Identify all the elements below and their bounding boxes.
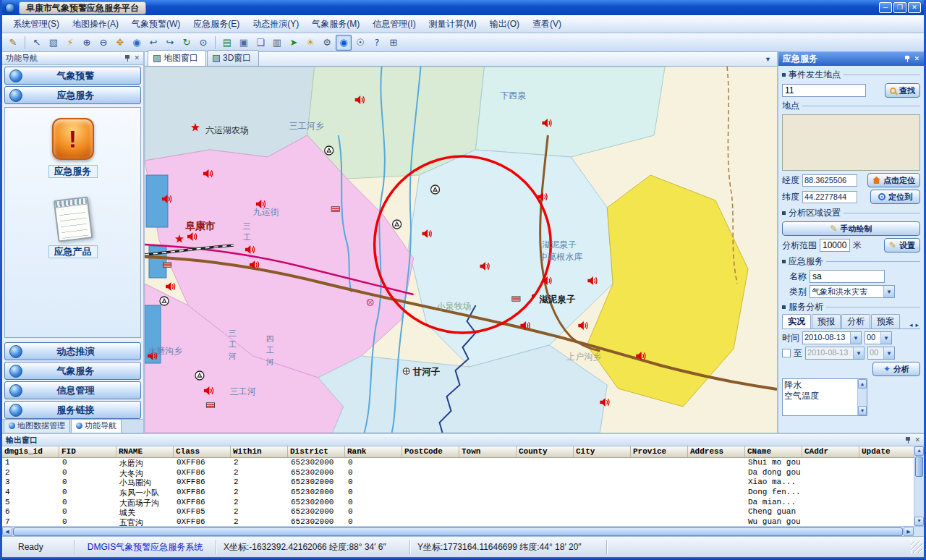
- select-arrow-icon[interactable]: ↖: [29, 35, 45, 51]
- chevron-down-icon[interactable]: ▼: [880, 332, 891, 344]
- tile-emergency-service[interactable]: !应急服务: [48, 118, 98, 178]
- scrollbar-thumb[interactable]: [915, 457, 923, 477]
- chevron-down-icon[interactable]: ▼: [883, 347, 894, 359]
- column-header[interactable]: City: [574, 446, 631, 457]
- tab-map-window[interactable]: 地图窗口: [148, 50, 206, 66]
- edit-pencil-icon[interactable]: ✎: [5, 35, 21, 51]
- settings-gear-icon[interactable]: ⚙: [319, 35, 335, 51]
- resize-grip[interactable]: [911, 541, 922, 553]
- column-header[interactable]: FID: [59, 446, 116, 457]
- monitoring-station-marker[interactable]: [431, 185, 440, 194]
- table-row[interactable]: 70五官沟0XFF8626523020000Wu guan gou: [2, 517, 914, 526]
- column-header[interactable]: dmgis_id: [2, 446, 59, 457]
- service-name-input[interactable]: [810, 270, 885, 283]
- monitoring-station-marker[interactable]: [160, 297, 169, 305]
- date-from-select[interactable]: 2010-08-13▼: [802, 331, 862, 344]
- column-header[interactable]: Provice: [631, 446, 688, 457]
- close-button[interactable]: ✕: [908, 2, 921, 13]
- nav-emergency-service[interactable]: 应急服务: [4, 86, 141, 104]
- menu-output[interactable]: 输出(O): [483, 16, 526, 33]
- pin-icon[interactable]: [124, 55, 130, 61]
- event-location-input[interactable]: [782, 84, 866, 97]
- menu-measure-calculate[interactable]: 测量计算(M): [422, 16, 483, 33]
- monitoring-station-marker[interactable]: [393, 220, 402, 229]
- set-range-button[interactable]: ✎ 设置: [884, 238, 920, 253]
- minimize-button[interactable]: ─: [879, 2, 892, 13]
- scroll-down-icon[interactable]: ▼: [858, 406, 867, 415]
- tab-live[interactable]: 实况: [782, 314, 811, 328]
- chevron-down-icon[interactable]: ▼: [883, 286, 894, 297]
- full-extent-icon[interactable]: ◉: [129, 35, 145, 51]
- menu-emergency-service[interactable]: 应急服务(E): [187, 16, 246, 33]
- hour-from-select[interactable]: 00▼: [865, 331, 892, 344]
- pin-icon[interactable]: [905, 437, 911, 444]
- zoom-in-icon[interactable]: ⊕: [79, 35, 95, 51]
- tab-plan[interactable]: 预案: [871, 314, 900, 328]
- menu-weather-warning[interactable]: 气象预警(W): [125, 16, 187, 33]
- zoom-previous-icon[interactable]: ↩: [145, 35, 161, 51]
- column-header[interactable]: County: [517, 446, 574, 457]
- flag-marker[interactable]: [331, 207, 339, 212]
- column-header[interactable]: District: [288, 446, 345, 457]
- hour-to-select[interactable]: 00▼: [867, 347, 895, 360]
- nav-dynamic-simulation[interactable]: 动态推演: [4, 342, 141, 360]
- help-icon[interactable]: ?: [369, 35, 385, 51]
- column-header[interactable]: Update: [859, 446, 914, 457]
- table-row[interactable]: 10水磨沟0XFF8626523020000Shui mo gou: [2, 458, 914, 468]
- column-header[interactable]: CName: [745, 446, 802, 457]
- flag-marker[interactable]: [512, 297, 520, 302]
- copy-map-icon[interactable]: ❏: [252, 35, 268, 51]
- chevron-down-icon[interactable]: ▼: [850, 332, 861, 344]
- pointer-tool-icon[interactable]: ➤: [286, 35, 302, 51]
- crossing-marker[interactable]: [403, 368, 409, 375]
- scroll-left-icon[interactable]: ◀: [2, 527, 12, 536]
- search-button[interactable]: 查找: [885, 83, 920, 98]
- table-row[interactable]: 20大冬沟0XFF8626523020000Da dong gou: [2, 468, 914, 478]
- scroll-down-icon[interactable]: ▼: [914, 517, 924, 526]
- scrollbar-thumb[interactable]: [13, 527, 903, 536]
- town-dot-marker[interactable]: [532, 294, 535, 298]
- table-vertical-scrollbar[interactable]: ▲ ▼: [914, 446, 924, 526]
- maximize-button[interactable]: ❐: [893, 2, 906, 13]
- date-to-select[interactable]: 2010-08-13▼: [805, 347, 865, 360]
- pin-icon[interactable]: [904, 56, 910, 62]
- menu-weather-service[interactable]: 气象服务(M): [305, 16, 366, 33]
- nav-info-management[interactable]: 信息管理: [4, 381, 141, 399]
- menu-system-management[interactable]: 系统管理(S): [7, 16, 66, 33]
- column-header[interactable]: Rank: [345, 446, 402, 457]
- flag-marker[interactable]: [206, 403, 214, 408]
- tab-analyze[interactable]: 分析: [841, 314, 870, 328]
- flag-marker[interactable]: [163, 263, 171, 268]
- list-scrollbar[interactable]: ▲ ▼: [857, 379, 867, 415]
- scroll-right-icon[interactable]: ▶: [904, 527, 914, 536]
- nav-weather-service[interactable]: 气象服务: [4, 362, 141, 380]
- monitoring-station-marker[interactable]: [195, 371, 204, 380]
- table-row[interactable]: 40东风一小队0XFF8626523020000Dong fen...: [2, 488, 914, 498]
- service-type-select[interactable]: 气象和洪水灾害▼: [810, 285, 895, 298]
- column-header[interactable]: PostCode: [402, 446, 459, 457]
- analyze-button[interactable]: ✦ 分析: [872, 362, 920, 376]
- tab-scroll-left-icon[interactable]: ◂: [908, 321, 914, 328]
- emergency-globe-icon[interactable]: ◉: [336, 35, 352, 51]
- locate-to-button[interactable]: 定位到: [870, 190, 920, 204]
- close-icon[interactable]: ✕: [914, 56, 919, 62]
- tab-function-nav[interactable]: 功能导航: [71, 419, 122, 433]
- column-header[interactable]: Address: [688, 446, 745, 457]
- menu-view[interactable]: 查看(V): [526, 16, 568, 33]
- scroll-up-icon[interactable]: ▲: [858, 379, 867, 389]
- manual-draw-button[interactable]: ✎ 手动绘制: [782, 221, 920, 236]
- table-row[interactable]: 30小马圈沟0XFF8626523020000Xiao ma...: [2, 478, 914, 488]
- select-rect-icon[interactable]: ▧: [46, 35, 61, 51]
- export-view-icon[interactable]: ⊞: [386, 35, 402, 51]
- column-header[interactable]: Class: [174, 446, 231, 457]
- eye-tool-icon[interactable]: ☉: [352, 35, 368, 51]
- scroll-up-icon[interactable]: ▲: [914, 446, 924, 456]
- latitude-value[interactable]: 44.2277844: [802, 191, 857, 203]
- tab-forecast[interactable]: 预报: [812, 314, 841, 328]
- column-header[interactable]: RNAME: [116, 446, 174, 457]
- table-row[interactable]: 60城关0XFF8526523020000Cheng guan: [2, 507, 914, 517]
- zoom-next-icon[interactable]: ↪: [162, 35, 178, 51]
- tab-scroll-right-icon[interactable]: ▸: [914, 321, 920, 328]
- to-checkbox[interactable]: [782, 349, 791, 357]
- nav-service-links[interactable]: 服务链接: [4, 401, 141, 419]
